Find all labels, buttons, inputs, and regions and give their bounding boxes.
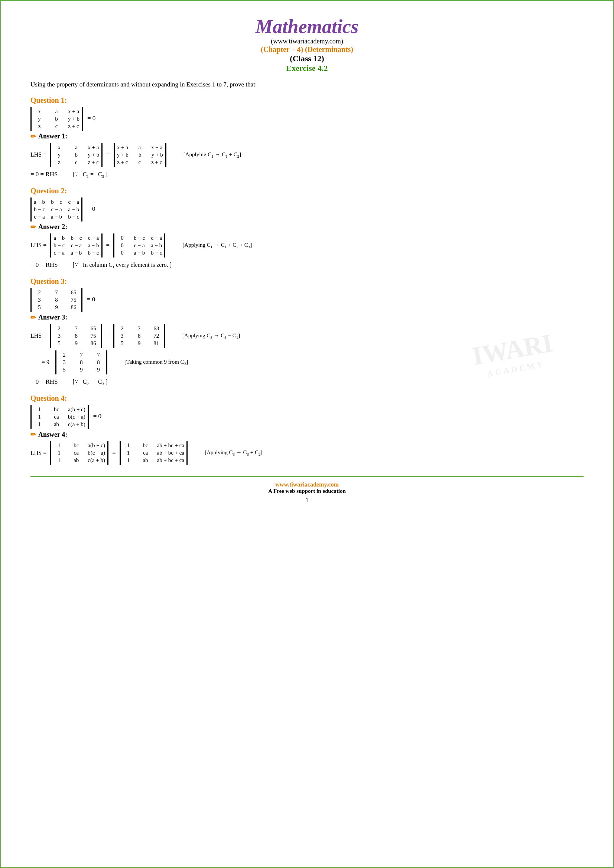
page-number: 1 [31, 496, 583, 504]
answer2-lhs: LHS = a − b b − c c − a b − c c − a a − … [31, 233, 583, 257]
page-title: Mathematics [31, 16, 583, 37]
footer-tagline: A Free web support in education [31, 488, 583, 494]
answer1-result: = 0 = RHS [∵ C1 = C3 ] [31, 171, 583, 178]
answer4-lhs: LHS = 1 bc a(b + c) 1 ca b(c + a) 1 ab c… [31, 441, 583, 465]
answer-2-title: ✏ Answer 2: [31, 223, 583, 231]
answer1-lhs: LHS = x a x + a y b y + b z c z + c [31, 143, 583, 167]
answer-icon: ✏ [31, 132, 36, 141]
class-info: (Class 12) [31, 54, 583, 64]
answer3-lhs1: LHS = 2 7 65 3 8 75 5 9 86 [31, 324, 583, 348]
answer3-result: = 0 = RHS [∵ C2 = C3 ] [31, 378, 583, 386]
question-4-title: Question 4: [31, 394, 583, 403]
answer3-lhs2: = 9 2 7 7 3 8 8 5 9 9 [31, 350, 583, 374]
answer4-icon: ✏ [31, 431, 36, 439]
question-2-title: Question 2: [31, 187, 583, 195]
q1-matrix: x a x + a y b y + b z c z + c [34, 107, 79, 131]
answer-1-title: ✏ Answer 1: [31, 132, 583, 141]
q1-det: x a x + a y b y + b z c z + c = 0 [31, 107, 583, 131]
header: Mathematics (www.tiwariacademy.com) (Cha… [31, 16, 583, 73]
answer-3-title: ✏ Answer 3: [31, 313, 583, 322]
q3-det: 2 7 65 3 8 75 5 9 86 = 0 [31, 288, 583, 312]
website-url: (www.tiwariacademy.com) [31, 37, 583, 45]
question-1-title: Question 1: [31, 96, 583, 105]
q2-det: a − b b − c c − a b − c c − a a − b c − … [31, 197, 583, 222]
q4-det: 1 bc a(b + c) 1 ca b(c + a) 1 ab c(a + b… [31, 405, 583, 429]
chapter-info: (Chapter – 4) (Determinants) [31, 45, 583, 54]
exercise-title: Exercise 4.2 [31, 64, 583, 73]
intro-text: Using the property of determinants and w… [31, 80, 583, 90]
footer-website: www.tiwariacademy.com [31, 481, 583, 488]
question-3-title: Question 3: [31, 277, 583, 286]
footer: www.tiwariacademy.com A Free web support… [31, 476, 583, 504]
q1-det-wrapper: x a x + a y b y + b z c z + c [31, 107, 83, 131]
answer3-icon: ✏ [31, 313, 36, 322]
answer-4-title: ✏ Answer 4: [31, 431, 583, 439]
answer2-icon: ✏ [31, 223, 36, 231]
page: Mathematics (www.tiwariacademy.com) (Cha… [0, 0, 614, 868]
answer2-result: = 0 = RHS [∵ In column C1 every element … [31, 261, 583, 269]
